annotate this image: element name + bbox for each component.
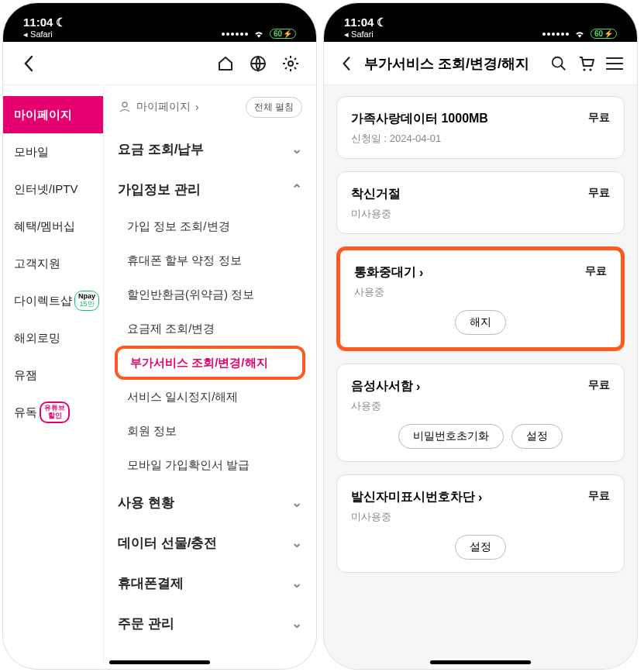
- menu-item[interactable]: 회원 정보: [118, 414, 302, 448]
- signal-icon: [222, 33, 248, 36]
- service-card: 발신자미표시번호차단›미사용중무료설정: [336, 474, 625, 573]
- section-title: 데이터 선물/충전: [118, 534, 217, 552]
- chevron-up-icon: ⌃: [291, 181, 302, 198]
- back-button[interactable]: [19, 53, 39, 74]
- battery-indicator: 60⚡: [270, 29, 296, 39]
- moon-icon: ☾: [56, 16, 66, 29]
- service-card: 음성사서함›사용중무료비밀번호초기화설정: [336, 364, 625, 462]
- chevron-down-icon: ⌄: [291, 575, 302, 591]
- sidebar-item[interactable]: 유독유튜브 할인: [3, 394, 103, 431]
- card-subtitle: 사용중: [351, 399, 420, 413]
- top-bar: 부가서비스 조회/변경/해지: [324, 42, 637, 85]
- sidebar-item[interactable]: 인터넷/IPTV: [3, 171, 103, 208]
- card-title[interactable]: 음성사서함›: [351, 378, 420, 395]
- status-time: 11:04: [23, 16, 53, 29]
- menu-item[interactable]: 모바일 가입확인서 발급: [118, 448, 302, 482]
- wifi-icon: [253, 29, 265, 39]
- action-button[interactable]: 해지: [455, 310, 506, 335]
- home-indicator[interactable]: [430, 660, 531, 664]
- section-title: 가입정보 관리: [118, 181, 201, 198]
- sidebar-item-label: 해외로밍: [14, 331, 60, 346]
- sidebar: 마이페이지모바일인터넷/IPTV혜택/멤버십고객지원다이렉트샵Npay15만해외…: [3, 85, 104, 664]
- sidebar-item-label: 마이페이지: [14, 108, 72, 122]
- sidebar-item[interactable]: 고객지원: [3, 245, 103, 282]
- youtube-badge: 유튜브 할인: [40, 401, 70, 423]
- sidebar-item[interactable]: 다이렉트샵Npay15만: [3, 282, 103, 319]
- price-label: 무료: [588, 111, 610, 125]
- sidebar-item[interactable]: 모바일: [3, 133, 103, 171]
- section-header[interactable]: 가입정보 관리⌃: [118, 169, 302, 209]
- menu-item[interactable]: 휴대폰 할부 약정 정보: [118, 243, 302, 277]
- card-title[interactable]: 발신자미표시번호차단›: [351, 489, 482, 505]
- section-header[interactable]: 주문 관리⌄: [118, 603, 302, 643]
- search-icon[interactable]: [549, 53, 569, 74]
- menu-item[interactable]: 할인반환금(위약금) 정보: [118, 277, 302, 312]
- sidebar-item[interactable]: 유잼: [3, 357, 103, 394]
- section-header[interactable]: 데이터 선물/충전⌄: [118, 522, 302, 563]
- chevron-down-icon: ⌄: [291, 535, 302, 551]
- expand-all-button[interactable]: 전체 펼침: [246, 97, 302, 118]
- card-subtitle: 신청일 : 2024-04-01: [351, 132, 488, 146]
- status-back-app[interactable]: ◂ Safari: [23, 29, 66, 39]
- card-title[interactable]: 통화중대기›: [354, 264, 423, 281]
- section-header[interactable]: 휴대폰결제⌄: [118, 563, 302, 603]
- sidebar-item-label: 다이렉트샵: [14, 294, 72, 308]
- chevron-down-icon: ⌄: [291, 141, 302, 157]
- menu-item[interactable]: 부가서비스 조회/변경/해지: [115, 346, 305, 380]
- sidebar-item-label: 고객지원: [14, 257, 60, 271]
- breadcrumb[interactable]: 마이페이지 ›: [118, 100, 199, 114]
- status-back-app[interactable]: ◂ Safari: [344, 29, 387, 39]
- price-label: 무료: [588, 489, 610, 503]
- chevron-down-icon: ⌄: [291, 615, 302, 632]
- page-title: 부가서비스 조회/변경/해지: [364, 54, 541, 73]
- chevron-right-icon: ›: [419, 266, 423, 280]
- svg-point-1: [288, 61, 293, 66]
- back-button[interactable]: [336, 53, 356, 74]
- card-subtitle: 미사용중: [351, 510, 482, 524]
- sidebar-item-label: 유잼: [14, 368, 37, 383]
- section-title: 요금 조회/납부: [118, 140, 204, 158]
- npay-badge: Npay15만: [74, 291, 99, 311]
- menu-item[interactable]: 가입 정보 조회/변경: [118, 209, 302, 243]
- service-card: 착신거절미사용중무료: [336, 171, 625, 234]
- section-header[interactable]: 사용 현황⌄: [118, 482, 302, 522]
- settings-icon[interactable]: [281, 53, 301, 74]
- signal-icon: [542, 33, 569, 36]
- section-title: 주문 관리: [118, 615, 174, 632]
- price-label: 무료: [588, 186, 610, 200]
- wifi-icon: [573, 29, 586, 39]
- sidebar-item[interactable]: 해외로밍: [3, 319, 103, 357]
- svg-point-2: [122, 102, 127, 107]
- card-subtitle: 미사용중: [351, 207, 401, 221]
- battery-indicator: 60⚡: [591, 29, 617, 39]
- cart-icon[interactable]: [577, 53, 597, 74]
- svg-point-3: [553, 57, 563, 67]
- user-icon: [118, 100, 132, 114]
- chevron-down-icon: ⌄: [291, 495, 302, 511]
- main-panel: 마이페이지 › 전체 펼침 요금 조회/납부⌄가입정보 관리⌃가입 정보 조회/…: [104, 85, 316, 664]
- globe-icon[interactable]: [248, 53, 268, 74]
- top-bar: [3, 42, 316, 85]
- card-subtitle: 사용중: [354, 285, 423, 299]
- chevron-right-icon: ›: [478, 491, 482, 505]
- sidebar-item[interactable]: 마이페이지: [3, 96, 103, 133]
- section-header[interactable]: 요금 조회/납부⌄: [118, 129, 302, 169]
- action-button[interactable]: 설정: [455, 535, 506, 560]
- chevron-right-icon: ›: [195, 101, 199, 113]
- menu-item[interactable]: 서비스 일시정지/해제: [118, 380, 302, 414]
- sidebar-item-label: 인터넷/IPTV: [14, 182, 78, 197]
- menu-item[interactable]: 요금제 조회/변경: [118, 312, 302, 346]
- sidebar-item[interactable]: 혜택/멤버십: [3, 208, 103, 245]
- phone-right: 11:04☾ ◂ Safari 60⚡ 부가서비스 조회/변경/해지 가족사랑데…: [324, 3, 637, 669]
- home-icon[interactable]: [215, 53, 236, 74]
- status-bar: 11:04☾ ◂ Safari 60⚡: [324, 3, 637, 42]
- action-button[interactable]: 설정: [511, 424, 563, 449]
- price-label: 무료: [585, 264, 607, 278]
- action-button[interactable]: 비밀번호초기화: [398, 424, 504, 449]
- sidebar-item-label: 혜택/멤버십: [14, 219, 75, 234]
- section-title: 사용 현황: [118, 494, 174, 512]
- moon-icon: ☾: [377, 16, 387, 29]
- menu-icon[interactable]: [604, 53, 625, 74]
- home-indicator[interactable]: [109, 660, 210, 664]
- sidebar-item-label: 모바일: [14, 145, 49, 160]
